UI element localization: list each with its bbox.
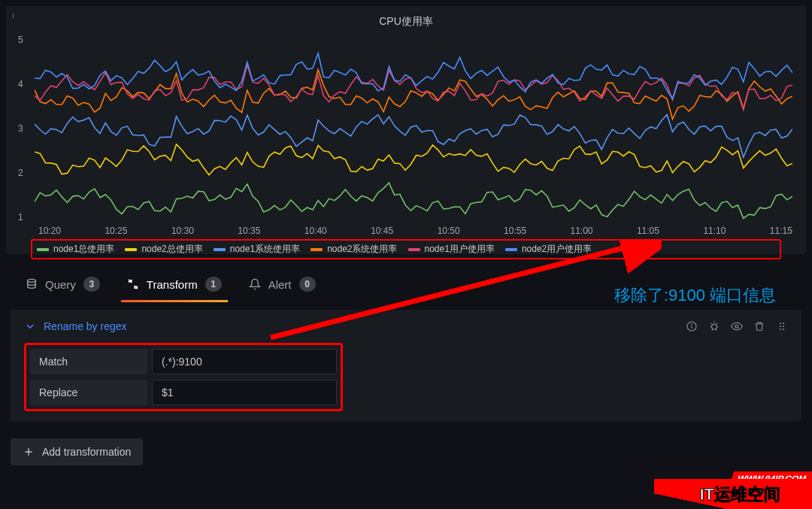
tab-badge: 0: [299, 277, 316, 292]
match-label: Match: [30, 349, 147, 374]
svg-point-7: [783, 323, 784, 324]
legend-item[interactable]: node2总使用率: [125, 243, 202, 256]
y-tick: 4: [18, 79, 23, 89]
card-actions: [686, 320, 788, 332]
drag-handle-icon[interactable]: [776, 320, 788, 332]
watermark-main: IT运维空间: [654, 479, 812, 509]
x-tick: 10:40: [304, 226, 327, 236]
transform-card: Rename by regex Match Replace: [11, 310, 801, 422]
add-transformation-label: Add transformation: [42, 446, 131, 458]
tab-label: Query: [45, 278, 76, 291]
x-tick: 10:50: [438, 226, 460, 236]
panel-title: CPU使用率: [12, 12, 800, 35]
transform-icon: [127, 278, 139, 290]
x-axis: 10:20 10:25 10:30 10:35 10:40 10:45 10:5…: [38, 223, 792, 236]
y-tick: 3: [18, 123, 23, 134]
svg-point-6: [780, 323, 781, 324]
x-tick: 10:30: [171, 226, 194, 236]
legend-swatch: [505, 248, 517, 251]
tab-badge: 3: [83, 277, 100, 292]
chart-legend: node1总使用率node2总使用率node1系统使用率node2系统使用率no…: [31, 239, 781, 259]
regex-form: Match Replace: [24, 343, 343, 411]
tab-query[interactable]: Query 3: [23, 269, 103, 302]
legend-item[interactable]: node1系统使用率: [214, 243, 300, 256]
tab-alert[interactable]: Alert 0: [246, 269, 319, 302]
trash-icon[interactable]: [753, 320, 765, 332]
legend-item[interactable]: node2用户使用率: [505, 243, 592, 256]
legend-label: node1系统使用率: [230, 243, 300, 256]
plus-icon: [23, 446, 35, 458]
x-tick: 10:35: [238, 226, 260, 236]
legend-label: node2总使用率: [141, 243, 202, 256]
bell-icon: [249, 278, 261, 290]
y-axis: 1 2 3 4 5: [18, 35, 23, 223]
legend-swatch: [311, 248, 323, 251]
bug-icon[interactable]: [708, 320, 720, 332]
svg-point-0: [28, 279, 36, 282]
legend-label: node1用户使用率: [425, 243, 495, 256]
svg-point-10: [780, 329, 781, 330]
legend-swatch: [214, 248, 226, 251]
info-circle-icon[interactable]: [686, 320, 698, 332]
x-tick: 10:25: [105, 226, 127, 236]
legend-label: node2用户使用率: [522, 243, 592, 256]
legend-item[interactable]: node1总使用率: [37, 243, 114, 256]
legend-item[interactable]: node2系统使用率: [311, 243, 397, 256]
tab-label: Transform: [147, 278, 198, 291]
y-tick: 1: [18, 212, 23, 223]
annotation-text: 移除了:9100 端口信息: [614, 284, 776, 307]
legend-label: node2系统使用率: [327, 243, 397, 256]
legend-item[interactable]: node1用户使用率: [408, 243, 495, 256]
x-tick: 10:55: [504, 226, 526, 236]
legend-swatch: [408, 248, 420, 251]
tab-transform[interactable]: Transform 1: [124, 269, 225, 302]
chart-svg: [35, 35, 792, 223]
x-tick: 10:45: [371, 226, 393, 236]
legend-swatch: [125, 248, 137, 251]
svg-point-3: [692, 324, 692, 325]
chart-panel: i CPU使用率 1 2 3 4 5 10:20 10:25 10:30 10:…: [6, 6, 806, 254]
tab-label: Alert: [268, 278, 292, 291]
tab-badge: 1: [205, 277, 222, 292]
replace-label: Replace: [30, 380, 147, 405]
svg-point-4: [712, 324, 717, 329]
card-header: Rename by regex: [24, 320, 788, 332]
y-tick: 5: [18, 35, 23, 45]
x-tick: 11:05: [637, 226, 659, 236]
info-icon[interactable]: i: [12, 11, 14, 20]
legend-swatch: [37, 248, 49, 251]
transform-title[interactable]: Rename by regex: [44, 320, 127, 332]
y-tick: 2: [18, 168, 23, 178]
replace-input[interactable]: [152, 380, 337, 405]
match-input[interactable]: [152, 349, 337, 374]
x-tick: 11:10: [703, 226, 726, 236]
x-tick: 11:00: [571, 226, 593, 236]
chart-plot-area[interactable]: 1 2 3 4 5: [35, 35, 792, 223]
database-icon: [26, 278, 38, 290]
svg-point-5: [735, 325, 738, 328]
svg-point-11: [783, 329, 784, 330]
svg-point-8: [780, 326, 781, 327]
x-tick: 10:20: [38, 226, 61, 236]
eye-icon[interactable]: [731, 320, 743, 332]
legend-label: node1总使用率: [53, 243, 114, 256]
add-transformation-button[interactable]: Add transformation: [11, 438, 143, 465]
chevron-down-icon[interactable]: [24, 320, 36, 332]
x-tick: 11:15: [770, 226, 792, 236]
svg-point-9: [783, 326, 784, 327]
